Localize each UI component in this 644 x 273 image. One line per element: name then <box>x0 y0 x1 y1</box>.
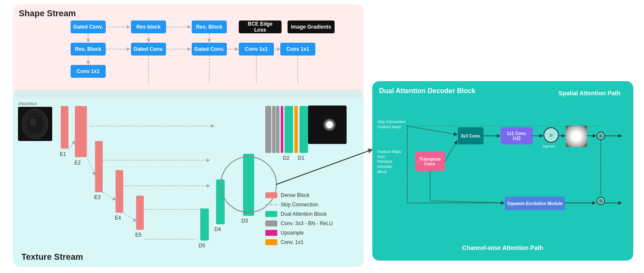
dual-attention-decoder-block: Dual Attention Decoder Block Spatial Att… <box>372 81 633 261</box>
gray-conv-2 <box>272 106 276 153</box>
conv1x1-3-box: Conv 1x1 <box>71 65 106 78</box>
label-e1: E1 <box>60 151 66 157</box>
legend-swatch-dual <box>265 211 277 217</box>
label-d3: D3 <box>241 218 248 224</box>
attention-map <box>566 126 587 147</box>
output-image <box>308 106 347 144</box>
svg-point-17 <box>30 117 36 126</box>
decoder-block-d5 <box>200 208 209 241</box>
label-d2: D2 <box>283 155 289 161</box>
transpose-conv-box: TransposeConv. <box>415 152 445 171</box>
legend-container: Dense Block Skip Connection Dual Attenti… <box>265 192 333 245</box>
skip-connection-label: Skip ConnectionFeature Maps <box>377 120 407 129</box>
multiply-spatial: ⊗ <box>597 132 605 140</box>
legend-conv1x1: Conv. 1x1 <box>265 239 333 245</box>
legend-conv3x3: Conv. 3x3 - BN - ReLU <box>265 220 333 226</box>
legend-dense-block: Dense Block <box>265 192 333 198</box>
res-block-3-box: Res. Block <box>71 43 106 56</box>
legend-swatch-up <box>265 230 277 236</box>
decoder-block-d1 <box>300 106 308 153</box>
gated-conv-2-box: Gated Conv. <box>131 43 166 56</box>
squeeze-excitation-box: Squeeze-Excitation Module <box>505 197 565 210</box>
sigmoid-circle: σ <box>543 127 559 143</box>
label-e3: E3 <box>94 194 101 200</box>
legend-upsample: Upsample <box>265 230 333 236</box>
legend-swatch-conv3 <box>265 220 277 226</box>
channel-attention-title: Channel-wise Attention Path <box>462 244 543 251</box>
legend-swatch-conv1 <box>265 239 277 245</box>
pink-upsample <box>281 106 283 153</box>
decoder-block-d2 <box>285 106 293 153</box>
legend-label-conv3: Conv. 3x3 - BN - ReLU <box>281 220 333 226</box>
bce-edge-loss-box: BCE Edge Loss <box>239 21 282 33</box>
dim-label: 256x256x3 <box>18 102 37 106</box>
svg-line-33 <box>445 141 457 161</box>
sigmoid-label: Sigmoid <box>543 144 555 148</box>
encoder-block-e1 <box>61 106 68 149</box>
svg-line-41 <box>430 201 504 203</box>
mri-input-image <box>18 107 52 141</box>
orange-conv1x1 <box>294 106 298 153</box>
encoder-block-e2a <box>75 106 83 157</box>
gray-conv-1 <box>265 106 271 153</box>
gated-conv-1-box: Gated Conv. <box>71 21 106 33</box>
image-gradients-box: Image Gradients <box>288 21 335 33</box>
decoder-block-d3 <box>243 154 254 216</box>
gated-conv-3-box: Gated Conv. <box>192 43 227 56</box>
legend-skip: Skip Connection <box>265 202 333 208</box>
legend-swatch-dense <box>265 192 277 198</box>
legend-label-dual: Dual Attention Block <box>281 211 326 217</box>
svg-point-29 <box>326 121 333 128</box>
legend-dual-attn: Dual Attention Block <box>265 211 333 217</box>
texture-stream-title: Texture Stream <box>21 252 83 262</box>
res-block-1-box: Res block <box>131 21 166 33</box>
conv1x1-1-box: Conv 1x1 <box>239 43 274 56</box>
conv1x1-x2-box: 1x1 Conv. (x2) <box>501 127 533 144</box>
label-e5: E5 <box>135 232 142 238</box>
encoder-block-e3 <box>95 141 103 192</box>
encoder-block-e4 <box>116 170 123 213</box>
dadb-internal-arrows <box>372 81 633 261</box>
conv1x1-2-box: Conv 1x1 <box>280 43 315 56</box>
conv3x3-box: 3x3 Conv. <box>458 127 484 144</box>
spatial-attention-title: Spatial Attention Path <box>558 90 620 97</box>
gray-conv-3 <box>276 106 279 153</box>
label-d4: D4 <box>214 226 221 232</box>
legend-label-conv1: Conv. 1x1 <box>281 239 303 245</box>
multiply-channel: ⊗ <box>597 197 605 205</box>
legend-label-dense: Dense Block <box>281 192 309 198</box>
legend-swatch-skip <box>265 204 277 205</box>
feature-maps-label: Feature Maps fromPrevious DecoderBlock <box>377 150 407 174</box>
label-e4: E4 <box>115 215 121 221</box>
decoder-block-d4 <box>216 179 225 224</box>
label-d5: D5 <box>199 243 205 249</box>
encoder-block-e2b <box>83 106 87 157</box>
label-d1: D1 <box>298 155 304 161</box>
legend-label-up: Upsample <box>281 230 304 236</box>
svg-line-32 <box>407 126 457 135</box>
legend-label-skip: Skip Connection <box>281 202 318 208</box>
label-e2: E2 <box>74 160 81 166</box>
shape-stream-title: Shape Stream <box>19 9 358 18</box>
encoder-block-e5 <box>136 196 144 230</box>
res-block-2-box: Res. Block <box>192 21 227 33</box>
